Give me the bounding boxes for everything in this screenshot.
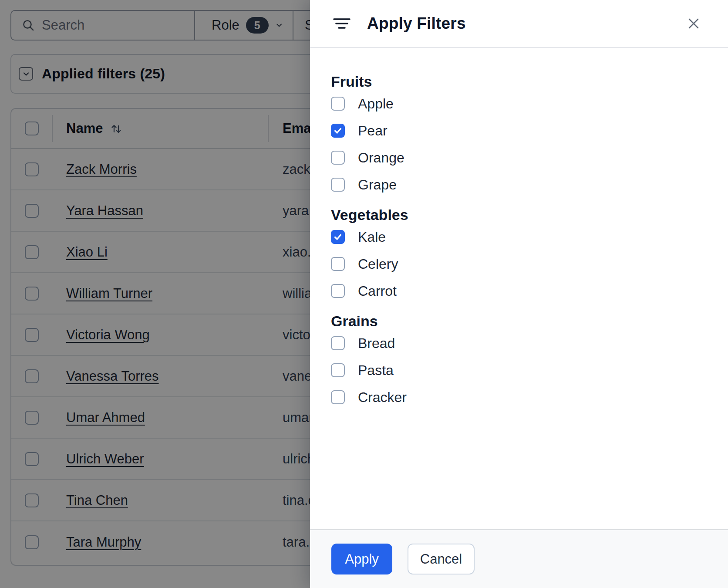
filter-group: Grains Bread Pasta Cracker: [331, 313, 707, 404]
filter-option-label: Pasta: [358, 362, 394, 378]
check-icon: [333, 232, 343, 242]
filter-option[interactable]: Kale: [331, 230, 707, 244]
filter-option[interactable]: Grape: [331, 178, 707, 192]
filter-option-label: Grape: [358, 177, 397, 193]
filter-option[interactable]: Pasta: [331, 363, 707, 377]
filter-groups: Fruits Apple Pear Orange: [310, 73, 728, 404]
cancel-button[interactable]: Cancel: [408, 544, 475, 574]
checkbox-unchecked[interactable]: [331, 363, 345, 377]
close-button[interactable]: [684, 14, 703, 33]
filter-option-label: Cracker: [358, 389, 407, 406]
filter-group-options: Kale Celery Carrot: [331, 230, 707, 298]
filter-option[interactable]: Orange: [331, 151, 707, 165]
checkbox-checked[interactable]: [331, 230, 345, 244]
filter-option[interactable]: Celery: [331, 257, 707, 271]
filter-option-label: Orange: [358, 150, 404, 166]
checkbox-unchecked[interactable]: [331, 257, 345, 271]
filter-option[interactable]: Apple: [331, 97, 707, 111]
filter-option[interactable]: Carrot: [331, 284, 707, 298]
filter-group-options: Apple Pear Orange Grape: [331, 97, 707, 192]
filter-option-label: Carrot: [358, 283, 397, 299]
check-icon: [333, 126, 343, 135]
modal-backdrop[interactable]: [0, 0, 310, 588]
app-screen: Role 5 S Applied filters (25): [0, 0, 728, 588]
filter-option-label: Kale: [358, 229, 386, 245]
filter-group-heading: Fruits: [331, 73, 707, 90]
checkbox-unchecked[interactable]: [331, 178, 345, 192]
filter-option[interactable]: Bread: [331, 336, 707, 350]
filter-group-heading: Vegetables: [331, 206, 707, 223]
checkbox-unchecked[interactable]: [331, 390, 345, 404]
filter-group: Vegetables Kale Celery Carrot: [331, 206, 707, 298]
panel-header: Apply Filters: [310, 0, 728, 48]
checkbox-unchecked[interactable]: [331, 336, 345, 350]
filter-option[interactable]: Cracker: [331, 390, 707, 404]
filter-option-label: Apple: [358, 96, 394, 112]
filter-icon: [333, 17, 351, 30]
filter-group-options: Bread Pasta Cracker: [331, 336, 707, 404]
apply-button[interactable]: Apply: [331, 544, 392, 574]
checkbox-checked[interactable]: [331, 124, 345, 138]
filter-group-heading: Grains: [331, 313, 707, 329]
checkbox-unchecked[interactable]: [331, 284, 345, 298]
panel-title: Apply Filters: [367, 14, 466, 33]
apply-filters-panel: Apply Filters Fruits Apple Pear: [310, 0, 728, 588]
checkbox-unchecked[interactable]: [331, 97, 345, 111]
filter-option-label: Bread: [358, 335, 395, 351]
filter-option[interactable]: Pear: [331, 124, 707, 138]
filter-option-label: Pear: [358, 123, 388, 139]
close-icon: [688, 18, 699, 29]
filter-group: Fruits Apple Pear Orange: [331, 73, 707, 192]
panel-footer: Apply Cancel: [310, 529, 728, 588]
checkbox-unchecked[interactable]: [331, 151, 345, 165]
filter-option-label: Celery: [358, 256, 398, 272]
